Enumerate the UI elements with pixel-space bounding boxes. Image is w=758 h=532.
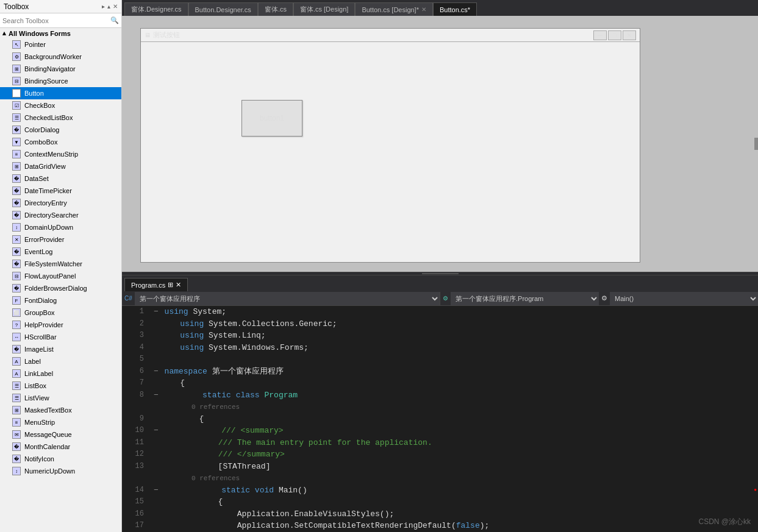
colordialog-label: ColorDialog xyxy=(24,126,59,133)
line-number-13: 13 xyxy=(127,461,144,473)
toolbox-item-notifyicon[interactable]: �NotifyIcon xyxy=(0,453,121,465)
tab-buttondesignercs[interactable]: Button.Designer.cs xyxy=(188,2,258,16)
toolbox-item-imagelist[interactable]: �ImageList xyxy=(0,343,121,355)
toolbox-item-filesystemwatcher[interactable]: �FileSystemWatcher xyxy=(0,258,121,270)
close-button[interactable]: ✕ xyxy=(623,30,636,40)
linklabel-icon: A xyxy=(12,369,21,378)
toolbox-item-helpprovider[interactable]: ?HelpProvider xyxy=(0,319,121,331)
line-number-16: 16 xyxy=(127,508,144,520)
toolbox-item-datagridview[interactable]: ⊞DataGridView xyxy=(0,160,121,172)
maximize-button[interactable]: □ xyxy=(608,30,621,40)
namespace-dropdown[interactable]: 第一个窗体应用程序 xyxy=(135,292,440,305)
bindingsource-icon: ⊟ xyxy=(12,77,21,85)
button-control[interactable]: button1 xyxy=(241,100,302,137)
toolbox-item-combobox[interactable]: ▼ComboBox xyxy=(0,136,121,148)
tab-csdesign[interactable]: 窗体.cs [Design] xyxy=(293,2,355,16)
toolbox-item-linklabel[interactable]: ALinkLabel xyxy=(0,367,121,380)
class-dropdown[interactable]: 第一个窗体应用程序.Program xyxy=(451,292,599,305)
errorprovider-icon: ✕ xyxy=(12,235,21,244)
code-editor[interactable]: 1234567891011121314151617181920212223 − … xyxy=(122,306,758,532)
toolbox-search-bar: 🔍 xyxy=(0,13,121,28)
directoryentry-label: DirectoryEntry xyxy=(24,199,67,207)
toolbox-item-groupbox[interactable]: ⬜GroupBox xyxy=(0,307,121,319)
directorysearcher-icon: � xyxy=(12,211,21,219)
folderbrowserdialog-icon: � xyxy=(12,284,21,293)
toolbox-item-hscrollbar[interactable]: ↔HScrollBar xyxy=(0,331,121,343)
pin-icon: ⊞ xyxy=(168,281,173,289)
toolbox-item-flowlayoutpanel[interactable]: ⊟FlowLayoutPanel xyxy=(0,270,121,282)
fold-button-6[interactable]: − xyxy=(154,366,163,378)
cs-icon: C# xyxy=(122,295,135,302)
minimize-button[interactable]: — xyxy=(593,30,607,40)
fold-button-8[interactable]: − xyxy=(154,389,163,402)
toolbox-item-maskedtextbox[interactable]: ⊞MaskedTextBox xyxy=(0,404,121,416)
code-line-9: { xyxy=(154,413,758,425)
form-icon: 🖥 xyxy=(145,32,151,38)
toolbox-item-monthcalendar[interactable]: �MonthCalendar xyxy=(0,441,121,453)
toolbox-item-contextmenustrip[interactable]: ≡ContextMenuStrip xyxy=(0,148,121,160)
toolbox-header-left: Toolbox xyxy=(4,2,29,11)
toolbox-item-bindingsource[interactable]: ⊟BindingSource xyxy=(0,75,121,87)
toolbox-item-domainupdown[interactable]: ↕DomainUpDown xyxy=(0,221,121,233)
tab-buttoncsdesign[interactable]: Button.cs [Design]*✕ xyxy=(355,2,433,16)
toolbox-section-header[interactable]: ▴ All Windows Forms xyxy=(0,28,121,38)
code-tab-close[interactable]: ✕ xyxy=(176,281,181,289)
toolbox-item-listview[interactable]: ☰ListView xyxy=(0,392,121,404)
tab-designercs[interactable]: 窗体.Designer.cs xyxy=(124,2,188,16)
toolbox-item-listbox[interactable]: ☰ListBox xyxy=(0,380,121,392)
breakpoint-dot-14: ● xyxy=(754,486,757,494)
search-input[interactable] xyxy=(2,17,110,24)
section-chevron-icon: ▴ xyxy=(2,29,6,37)
toolbox-item-menustrip[interactable]: ≡MenuStrip xyxy=(0,416,121,428)
fold-button-10[interactable]: − xyxy=(154,425,163,437)
method-dropdown[interactable]: Main() xyxy=(610,292,758,305)
toolbox-item-datetimepicker[interactable]: �DateTimePicker xyxy=(0,185,121,197)
toolbox-item-numericupdown[interactable]: ↕NumericUpDown xyxy=(0,465,121,477)
toolbox-item-checkbox[interactable]: ☑CheckBox xyxy=(0,99,121,112)
groupbox-label: GroupBox xyxy=(24,309,55,316)
tab-buttoncs[interactable]: Button.cs* xyxy=(433,2,477,16)
resize-handle[interactable] xyxy=(754,138,758,150)
fold-button-14[interactable]: − xyxy=(154,484,163,497)
label-label: Label xyxy=(24,358,41,365)
splitter-line xyxy=(422,273,459,274)
fold-button-1[interactable]: − xyxy=(154,306,163,318)
toolbox-item-button[interactable]: ▭Button xyxy=(0,87,121,99)
autoshow-icon[interactable]: ▴ xyxy=(107,3,110,10)
toolbox-header: Toolbox ▸ ▴ ✕ xyxy=(0,0,121,13)
close-icon[interactable]: ✕ xyxy=(113,3,118,10)
tab-cs[interactable]: 窗体.cs xyxy=(258,2,293,16)
toolbox-item-backgroundworker[interactable]: ⚙BackgroundWorker xyxy=(0,51,121,63)
filesystemwatcher-icon: � xyxy=(12,260,21,268)
tab-close-icon[interactable]: ✕ xyxy=(421,6,426,13)
toolbox-item-pointer[interactable]: ↖Pointer xyxy=(0,38,121,51)
code-tab-program-cs[interactable]: Program.cs ⊞ ✕ xyxy=(124,278,188,291)
line-number-11: 11 xyxy=(127,437,144,449)
toolbox-item-dataset[interactable]: �DataSet xyxy=(0,172,121,185)
checkedlistbox-icon: ☰ xyxy=(12,113,21,122)
line-number-12: 12 xyxy=(127,449,144,461)
line-number-9: 9 xyxy=(127,413,144,425)
toolbox-item-folderbrowserdialog[interactable]: �FolderBrowserDialog xyxy=(0,282,121,294)
toolbox-item-errorprovider[interactable]: ✕ErrorProvider xyxy=(0,233,121,246)
toolbox-item-colordialog[interactable]: �ColorDialog xyxy=(0,124,121,136)
code-line-7: { xyxy=(154,377,758,389)
line-number-8: 8 xyxy=(127,389,144,402)
notifyicon-icon: � xyxy=(12,455,21,463)
toolbox-item-fontdialog[interactable]: FFontDialog xyxy=(0,294,121,307)
maskedtextbox-icon: ⊞ xyxy=(12,406,21,414)
pin-icon[interactable]: ▸ xyxy=(102,3,105,10)
toolbox-item-eventlog[interactable]: �EventLog xyxy=(0,246,121,258)
toolbox-item-directorysearcher[interactable]: �DirectorySearcher xyxy=(0,209,121,221)
backgroundworker-icon: ⚙ xyxy=(12,52,21,61)
toolbox-item-label[interactable]: ALabel xyxy=(0,355,121,367)
toolbox-item-messagequeue[interactable]: ✉MessageQueue xyxy=(0,428,121,441)
monthcalendar-icon: � xyxy=(12,442,21,451)
groupbox-icon: ⬜ xyxy=(12,308,21,317)
method-icon: ⚙ xyxy=(599,294,610,302)
code-toolbar-namespace: C# 第一个窗体应用程序 xyxy=(122,292,440,305)
hscrollbar-icon: ↔ xyxy=(12,333,21,341)
toolbox-item-checkedlistbox[interactable]: ☰CheckedListBox xyxy=(0,112,121,124)
toolbox-item-directoryentry[interactable]: �DirectoryEntry xyxy=(0,197,121,209)
toolbox-item-bindingnavigator[interactable]: ⊞BindingNavigator xyxy=(0,63,121,75)
